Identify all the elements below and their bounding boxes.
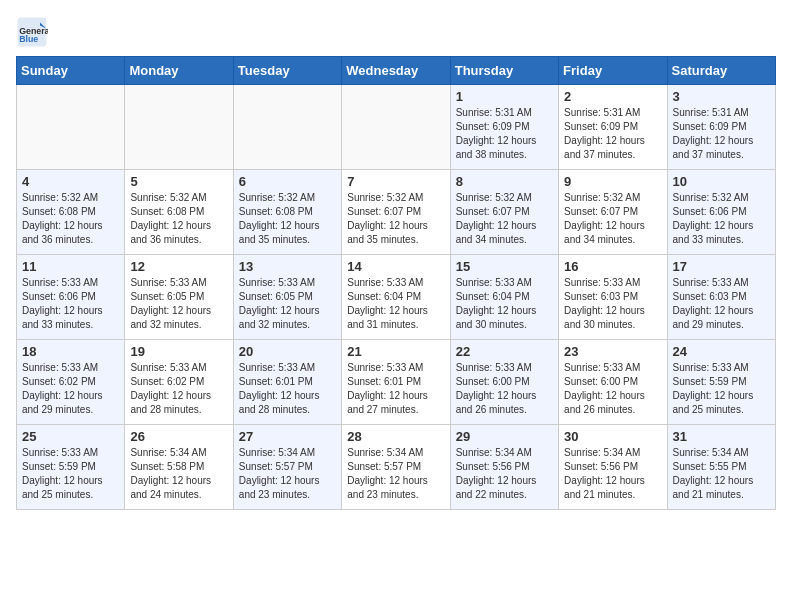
day-number: 2 (564, 89, 661, 104)
calendar-day-cell (342, 85, 450, 170)
calendar-day-cell: 11Sunrise: 5:33 AM Sunset: 6:06 PM Dayli… (17, 255, 125, 340)
day-info: Sunrise: 5:33 AM Sunset: 6:05 PM Dayligh… (239, 276, 336, 332)
day-info: Sunrise: 5:32 AM Sunset: 6:07 PM Dayligh… (347, 191, 444, 247)
weekday-header-thursday: Thursday (450, 57, 558, 85)
calendar-day-cell: 19Sunrise: 5:33 AM Sunset: 6:02 PM Dayli… (125, 340, 233, 425)
calendar-day-cell (233, 85, 341, 170)
day-number: 3 (673, 89, 770, 104)
day-info: Sunrise: 5:32 AM Sunset: 6:08 PM Dayligh… (239, 191, 336, 247)
calendar-day-cell: 28Sunrise: 5:34 AM Sunset: 5:57 PM Dayli… (342, 425, 450, 510)
weekday-header-row: SundayMondayTuesdayWednesdayThursdayFrid… (17, 57, 776, 85)
day-info: Sunrise: 5:33 AM Sunset: 6:00 PM Dayligh… (564, 361, 661, 417)
day-number: 16 (564, 259, 661, 274)
day-number: 19 (130, 344, 227, 359)
weekday-header-saturday: Saturday (667, 57, 775, 85)
calendar-day-cell: 8Sunrise: 5:32 AM Sunset: 6:07 PM Daylig… (450, 170, 558, 255)
day-info: Sunrise: 5:32 AM Sunset: 6:08 PM Dayligh… (22, 191, 119, 247)
svg-text:Blue: Blue (19, 34, 38, 44)
day-number: 27 (239, 429, 336, 444)
day-number: 14 (347, 259, 444, 274)
calendar-day-cell: 5Sunrise: 5:32 AM Sunset: 6:08 PM Daylig… (125, 170, 233, 255)
calendar-week-row: 25Sunrise: 5:33 AM Sunset: 5:59 PM Dayli… (17, 425, 776, 510)
day-info: Sunrise: 5:34 AM Sunset: 5:56 PM Dayligh… (456, 446, 553, 502)
day-number: 17 (673, 259, 770, 274)
calendar-day-cell: 25Sunrise: 5:33 AM Sunset: 5:59 PM Dayli… (17, 425, 125, 510)
day-info: Sunrise: 5:33 AM Sunset: 6:04 PM Dayligh… (456, 276, 553, 332)
day-number: 30 (564, 429, 661, 444)
calendar-day-cell: 21Sunrise: 5:33 AM Sunset: 6:01 PM Dayli… (342, 340, 450, 425)
day-info: Sunrise: 5:32 AM Sunset: 6:07 PM Dayligh… (564, 191, 661, 247)
calendar-day-cell: 24Sunrise: 5:33 AM Sunset: 5:59 PM Dayli… (667, 340, 775, 425)
calendar-week-row: 1Sunrise: 5:31 AM Sunset: 6:09 PM Daylig… (17, 85, 776, 170)
calendar-day-cell: 14Sunrise: 5:33 AM Sunset: 6:04 PM Dayli… (342, 255, 450, 340)
day-info: Sunrise: 5:32 AM Sunset: 6:07 PM Dayligh… (456, 191, 553, 247)
day-number: 13 (239, 259, 336, 274)
calendar-day-cell: 17Sunrise: 5:33 AM Sunset: 6:03 PM Dayli… (667, 255, 775, 340)
calendar-day-cell: 4Sunrise: 5:32 AM Sunset: 6:08 PM Daylig… (17, 170, 125, 255)
calendar-table: SundayMondayTuesdayWednesdayThursdayFrid… (16, 56, 776, 510)
day-info: Sunrise: 5:33 AM Sunset: 6:03 PM Dayligh… (673, 276, 770, 332)
day-info: Sunrise: 5:33 AM Sunset: 5:59 PM Dayligh… (673, 361, 770, 417)
calendar-week-row: 4Sunrise: 5:32 AM Sunset: 6:08 PM Daylig… (17, 170, 776, 255)
day-number: 28 (347, 429, 444, 444)
logo-icon: General Blue (16, 16, 48, 48)
day-number: 26 (130, 429, 227, 444)
day-number: 21 (347, 344, 444, 359)
day-number: 10 (673, 174, 770, 189)
day-number: 6 (239, 174, 336, 189)
day-info: Sunrise: 5:31 AM Sunset: 6:09 PM Dayligh… (673, 106, 770, 162)
calendar-week-row: 18Sunrise: 5:33 AM Sunset: 6:02 PM Dayli… (17, 340, 776, 425)
calendar-day-cell: 7Sunrise: 5:32 AM Sunset: 6:07 PM Daylig… (342, 170, 450, 255)
calendar-week-row: 11Sunrise: 5:33 AM Sunset: 6:06 PM Dayli… (17, 255, 776, 340)
day-info: Sunrise: 5:34 AM Sunset: 5:56 PM Dayligh… (564, 446, 661, 502)
calendar-day-cell: 31Sunrise: 5:34 AM Sunset: 5:55 PM Dayli… (667, 425, 775, 510)
day-number: 15 (456, 259, 553, 274)
calendar-day-cell: 27Sunrise: 5:34 AM Sunset: 5:57 PM Dayli… (233, 425, 341, 510)
calendar-day-cell: 3Sunrise: 5:31 AM Sunset: 6:09 PM Daylig… (667, 85, 775, 170)
day-info: Sunrise: 5:33 AM Sunset: 6:00 PM Dayligh… (456, 361, 553, 417)
day-info: Sunrise: 5:33 AM Sunset: 6:01 PM Dayligh… (347, 361, 444, 417)
day-info: Sunrise: 5:33 AM Sunset: 6:04 PM Dayligh… (347, 276, 444, 332)
calendar-day-cell: 10Sunrise: 5:32 AM Sunset: 6:06 PM Dayli… (667, 170, 775, 255)
day-info: Sunrise: 5:32 AM Sunset: 6:06 PM Dayligh… (673, 191, 770, 247)
day-number: 7 (347, 174, 444, 189)
calendar-day-cell: 30Sunrise: 5:34 AM Sunset: 5:56 PM Dayli… (559, 425, 667, 510)
calendar-day-cell (125, 85, 233, 170)
calendar-day-cell: 22Sunrise: 5:33 AM Sunset: 6:00 PM Dayli… (450, 340, 558, 425)
weekday-header-sunday: Sunday (17, 57, 125, 85)
logo: General Blue (16, 16, 52, 48)
day-info: Sunrise: 5:33 AM Sunset: 5:59 PM Dayligh… (22, 446, 119, 502)
day-number: 18 (22, 344, 119, 359)
calendar-day-cell: 15Sunrise: 5:33 AM Sunset: 6:04 PM Dayli… (450, 255, 558, 340)
day-info: Sunrise: 5:33 AM Sunset: 6:01 PM Dayligh… (239, 361, 336, 417)
day-number: 11 (22, 259, 119, 274)
day-number: 20 (239, 344, 336, 359)
calendar-day-cell: 1Sunrise: 5:31 AM Sunset: 6:09 PM Daylig… (450, 85, 558, 170)
day-info: Sunrise: 5:33 AM Sunset: 6:02 PM Dayligh… (130, 361, 227, 417)
calendar-day-cell: 16Sunrise: 5:33 AM Sunset: 6:03 PM Dayli… (559, 255, 667, 340)
day-number: 12 (130, 259, 227, 274)
day-number: 1 (456, 89, 553, 104)
weekday-header-friday: Friday (559, 57, 667, 85)
day-info: Sunrise: 5:34 AM Sunset: 5:57 PM Dayligh… (347, 446, 444, 502)
day-info: Sunrise: 5:33 AM Sunset: 6:05 PM Dayligh… (130, 276, 227, 332)
weekday-header-wednesday: Wednesday (342, 57, 450, 85)
calendar-day-cell: 23Sunrise: 5:33 AM Sunset: 6:00 PM Dayli… (559, 340, 667, 425)
day-info: Sunrise: 5:34 AM Sunset: 5:55 PM Dayligh… (673, 446, 770, 502)
day-info: Sunrise: 5:34 AM Sunset: 5:57 PM Dayligh… (239, 446, 336, 502)
day-number: 23 (564, 344, 661, 359)
calendar-day-cell: 29Sunrise: 5:34 AM Sunset: 5:56 PM Dayli… (450, 425, 558, 510)
day-info: Sunrise: 5:33 AM Sunset: 6:02 PM Dayligh… (22, 361, 119, 417)
calendar-day-cell (17, 85, 125, 170)
day-info: Sunrise: 5:31 AM Sunset: 6:09 PM Dayligh… (456, 106, 553, 162)
calendar-day-cell: 26Sunrise: 5:34 AM Sunset: 5:58 PM Dayli… (125, 425, 233, 510)
day-number: 5 (130, 174, 227, 189)
page-header: General Blue (16, 16, 776, 48)
calendar-day-cell: 12Sunrise: 5:33 AM Sunset: 6:05 PM Dayli… (125, 255, 233, 340)
calendar-day-cell: 18Sunrise: 5:33 AM Sunset: 6:02 PM Dayli… (17, 340, 125, 425)
day-info: Sunrise: 5:33 AM Sunset: 6:06 PM Dayligh… (22, 276, 119, 332)
day-number: 4 (22, 174, 119, 189)
day-info: Sunrise: 5:31 AM Sunset: 6:09 PM Dayligh… (564, 106, 661, 162)
calendar-day-cell: 6Sunrise: 5:32 AM Sunset: 6:08 PM Daylig… (233, 170, 341, 255)
day-number: 29 (456, 429, 553, 444)
